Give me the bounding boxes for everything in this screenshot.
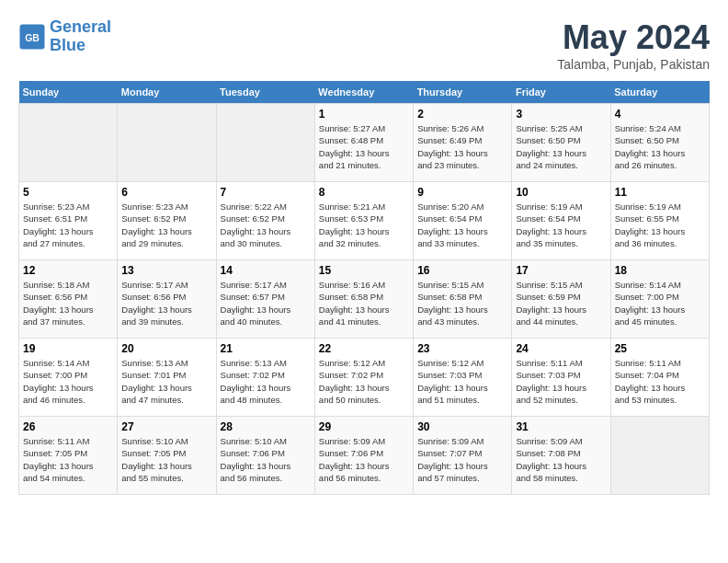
calendar-cell: 18Sunrise: 5:14 AM Sunset: 7:00 PM Dayli… <box>610 260 709 339</box>
month-title: May 2024 <box>557 18 710 57</box>
day-info: Sunrise: 5:09 AM Sunset: 7:06 PM Dayligh… <box>319 435 409 484</box>
day-number: 10 <box>516 186 606 199</box>
calendar-cell: 21Sunrise: 5:13 AM Sunset: 7:02 PM Dayli… <box>216 339 314 417</box>
day-number: 22 <box>319 342 409 355</box>
calendar-cell: 31Sunrise: 5:09 AM Sunset: 7:08 PM Dayli… <box>512 417 610 495</box>
calendar-cell: 27Sunrise: 5:10 AM Sunset: 7:05 PM Dayli… <box>118 417 216 495</box>
calendar-cell: 10Sunrise: 5:19 AM Sunset: 6:54 PM Dayli… <box>512 182 610 260</box>
day-number: 26 <box>23 420 113 433</box>
day-number: 7 <box>221 186 311 199</box>
calendar-cell: 11Sunrise: 5:19 AM Sunset: 6:55 PM Dayli… <box>610 182 709 260</box>
calendar-cell: 17Sunrise: 5:15 AM Sunset: 6:59 PM Dayli… <box>512 260 610 339</box>
calendar-cell: 23Sunrise: 5:12 AM Sunset: 7:03 PM Dayli… <box>414 339 512 417</box>
calendar-week-row: 1Sunrise: 5:27 AM Sunset: 6:48 PM Daylig… <box>19 104 710 182</box>
logo-icon: GB <box>18 23 46 51</box>
day-number: 14 <box>221 264 311 277</box>
day-info: Sunrise: 5:23 AM Sunset: 6:52 PM Dayligh… <box>121 201 211 249</box>
logo-text: General Blue <box>50 18 111 55</box>
weekday-header: Monday <box>118 81 216 104</box>
calendar-cell: 29Sunrise: 5:09 AM Sunset: 7:06 PM Dayli… <box>314 417 413 495</box>
day-number: 8 <box>319 186 409 199</box>
day-info: Sunrise: 5:18 AM Sunset: 6:56 PM Dayligh… <box>23 279 113 327</box>
calendar-cell: 30Sunrise: 5:09 AM Sunset: 7:07 PM Dayli… <box>414 417 512 495</box>
calendar-cell: 16Sunrise: 5:15 AM Sunset: 6:58 PM Dayli… <box>414 260 512 339</box>
calendar-cell: 26Sunrise: 5:11 AM Sunset: 7:05 PM Dayli… <box>19 417 118 495</box>
day-number: 4 <box>615 108 705 121</box>
calendar-cell: 19Sunrise: 5:14 AM Sunset: 7:00 PM Dayli… <box>19 339 118 417</box>
day-number: 1 <box>319 108 409 121</box>
calendar-cell: 1Sunrise: 5:27 AM Sunset: 6:48 PM Daylig… <box>314 104 413 182</box>
day-number: 6 <box>121 186 211 199</box>
day-info: Sunrise: 5:10 AM Sunset: 7:06 PM Dayligh… <box>221 435 311 484</box>
day-info: Sunrise: 5:13 AM Sunset: 7:02 PM Dayligh… <box>221 357 311 406</box>
day-info: Sunrise: 5:16 AM Sunset: 6:58 PM Dayligh… <box>319 279 409 327</box>
day-info: Sunrise: 5:12 AM Sunset: 7:03 PM Dayligh… <box>417 357 507 406</box>
day-info: Sunrise: 5:13 AM Sunset: 7:01 PM Dayligh… <box>121 357 211 406</box>
day-info: Sunrise: 5:14 AM Sunset: 7:00 PM Dayligh… <box>23 357 113 406</box>
day-number: 27 <box>121 420 211 433</box>
day-info: Sunrise: 5:20 AM Sunset: 6:54 PM Dayligh… <box>417 201 507 249</box>
logo: GB General Blue <box>18 18 111 55</box>
calendar-cell: 7Sunrise: 5:22 AM Sunset: 6:52 PM Daylig… <box>216 182 314 260</box>
day-number: 20 <box>121 342 211 355</box>
calendar-table: SundayMondayTuesdayWednesdayThursdayFrid… <box>18 81 710 495</box>
day-number: 30 <box>417 420 507 433</box>
day-number: 15 <box>319 264 409 277</box>
location: Talamba, Punjab, Pakistan <box>557 57 710 72</box>
calendar-cell: 22Sunrise: 5:12 AM Sunset: 7:02 PM Dayli… <box>314 339 413 417</box>
calendar-cell: 20Sunrise: 5:13 AM Sunset: 7:01 PM Dayli… <box>118 339 216 417</box>
calendar-cell <box>610 417 709 495</box>
day-info: Sunrise: 5:23 AM Sunset: 6:51 PM Dayligh… <box>23 201 113 249</box>
day-info: Sunrise: 5:21 AM Sunset: 6:53 PM Dayligh… <box>319 201 409 249</box>
calendar-cell: 15Sunrise: 5:16 AM Sunset: 6:58 PM Dayli… <box>314 260 413 339</box>
calendar-week-row: 19Sunrise: 5:14 AM Sunset: 7:00 PM Dayli… <box>19 339 710 417</box>
day-number: 3 <box>516 108 606 121</box>
calendar-cell: 9Sunrise: 5:20 AM Sunset: 6:54 PM Daylig… <box>414 182 512 260</box>
calendar-cell: 8Sunrise: 5:21 AM Sunset: 6:53 PM Daylig… <box>314 182 413 260</box>
day-number: 31 <box>516 420 606 433</box>
page-header: GB General Blue May 2024 Talamba, Punjab… <box>18 18 710 72</box>
calendar-cell <box>118 104 216 182</box>
day-number: 21 <box>221 342 311 355</box>
day-number: 11 <box>615 186 705 199</box>
day-info: Sunrise: 5:19 AM Sunset: 6:54 PM Dayligh… <box>516 201 606 249</box>
weekday-header: Sunday <box>19 81 118 104</box>
calendar-cell: 2Sunrise: 5:26 AM Sunset: 6:49 PM Daylig… <box>414 104 512 182</box>
svg-text:GB: GB <box>25 31 40 42</box>
day-number: 19 <box>23 342 113 355</box>
calendar-week-row: 26Sunrise: 5:11 AM Sunset: 7:05 PM Dayli… <box>19 417 710 495</box>
day-info: Sunrise: 5:17 AM Sunset: 6:57 PM Dayligh… <box>221 279 311 327</box>
day-number: 16 <box>417 264 507 277</box>
calendar-cell <box>19 104 118 182</box>
calendar-week-row: 5Sunrise: 5:23 AM Sunset: 6:51 PM Daylig… <box>19 182 710 260</box>
day-info: Sunrise: 5:24 AM Sunset: 6:50 PM Dayligh… <box>615 122 705 171</box>
day-info: Sunrise: 5:15 AM Sunset: 6:58 PM Dayligh… <box>417 279 507 327</box>
calendar-cell: 5Sunrise: 5:23 AM Sunset: 6:51 PM Daylig… <box>19 182 118 260</box>
day-info: Sunrise: 5:15 AM Sunset: 6:59 PM Dayligh… <box>516 279 606 327</box>
calendar-header-row: SundayMondayTuesdayWednesdayThursdayFrid… <box>19 81 710 104</box>
day-number: 12 <box>23 264 113 277</box>
calendar-cell: 24Sunrise: 5:11 AM Sunset: 7:03 PM Dayli… <box>512 339 610 417</box>
day-info: Sunrise: 5:26 AM Sunset: 6:49 PM Dayligh… <box>417 122 507 171</box>
day-number: 24 <box>516 342 606 355</box>
day-info: Sunrise: 5:14 AM Sunset: 7:00 PM Dayligh… <box>615 279 705 327</box>
calendar-cell: 12Sunrise: 5:18 AM Sunset: 6:56 PM Dayli… <box>19 260 118 339</box>
day-info: Sunrise: 5:25 AM Sunset: 6:50 PM Dayligh… <box>516 122 606 171</box>
day-number: 29 <box>319 420 409 433</box>
day-number: 5 <box>23 186 113 199</box>
weekday-header: Saturday <box>610 81 709 104</box>
calendar-cell: 13Sunrise: 5:17 AM Sunset: 6:56 PM Dayli… <box>118 260 216 339</box>
day-number: 17 <box>516 264 606 277</box>
calendar-cell: 6Sunrise: 5:23 AM Sunset: 6:52 PM Daylig… <box>118 182 216 260</box>
calendar-cell: 25Sunrise: 5:11 AM Sunset: 7:04 PM Dayli… <box>610 339 709 417</box>
weekday-header: Thursday <box>414 81 512 104</box>
day-info: Sunrise: 5:10 AM Sunset: 7:05 PM Dayligh… <box>121 435 211 484</box>
day-info: Sunrise: 5:11 AM Sunset: 7:04 PM Dayligh… <box>615 357 705 406</box>
calendar-cell: 4Sunrise: 5:24 AM Sunset: 6:50 PM Daylig… <box>610 104 709 182</box>
day-info: Sunrise: 5:09 AM Sunset: 7:07 PM Dayligh… <box>417 435 507 484</box>
day-number: 25 <box>615 342 705 355</box>
calendar-week-row: 12Sunrise: 5:18 AM Sunset: 6:56 PM Dayli… <box>19 260 710 339</box>
day-number: 9 <box>417 186 507 199</box>
weekday-header: Wednesday <box>314 81 413 104</box>
weekday-header: Tuesday <box>216 81 314 104</box>
